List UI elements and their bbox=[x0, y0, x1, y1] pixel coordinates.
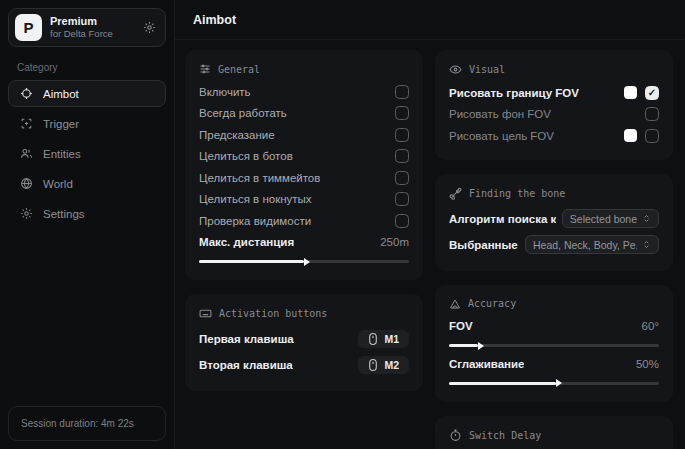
card-switch-delay: Switch Delay Задержка переключения Задер… bbox=[435, 416, 673, 449]
bone-algorithm-select[interactable]: Selected bone bbox=[562, 209, 659, 228]
setting-label: Целиться в тиммейтов bbox=[199, 172, 320, 184]
slider-row: Сглаживание 50% bbox=[449, 353, 659, 375]
select-value: Head, Neck, Body, Pe... bbox=[533, 239, 637, 251]
setting-row: Макс. дистанция 250m bbox=[199, 232, 409, 254]
sidebar-item-label: Entities bbox=[43, 148, 81, 160]
checkbox[interactable] bbox=[645, 107, 659, 121]
color-swatch[interactable] bbox=[624, 129, 637, 142]
setting-row: Рисовать фон FOV bbox=[449, 104, 659, 126]
slider-value: 50% bbox=[636, 358, 659, 370]
keybind-value: M2 bbox=[384, 359, 399, 371]
setting-row: Целиться в ботов bbox=[199, 146, 409, 168]
card-accuracy: Accuracy FOV 60° Сглаживание 50% bbox=[435, 285, 673, 402]
card-activation-header: Activation buttons bbox=[199, 304, 409, 326]
setting-label: Включить bbox=[199, 86, 251, 98]
card-switch-delay-header: Switch Delay bbox=[449, 426, 659, 448]
color-swatch[interactable] bbox=[624, 86, 637, 99]
setting-row: Проверка видимости bbox=[199, 210, 409, 232]
setting-label: Макс. дистанция bbox=[199, 236, 294, 248]
unfold-icon bbox=[642, 213, 651, 224]
right-column: Visual Рисовать границу FOV Рисовать фон… bbox=[435, 50, 673, 449]
card-visual-header: Visual bbox=[449, 60, 659, 82]
triangle-icon bbox=[449, 298, 461, 310]
checkbox[interactable] bbox=[395, 106, 409, 120]
setting-label: Целиться в нокнутых bbox=[199, 193, 312, 205]
category-label: Category bbox=[17, 62, 174, 73]
bone-icon bbox=[449, 187, 462, 200]
setting-label: Рисовать цель FOV bbox=[449, 130, 554, 142]
card-finding-bone: Finding the bone Алгоритм поиска кости S… bbox=[435, 174, 673, 271]
entities-icon bbox=[20, 147, 33, 160]
keybind-label: Первая клавиша bbox=[199, 333, 294, 345]
trigger-icon bbox=[20, 117, 33, 130]
sidebar-item-settings[interactable]: Settings bbox=[8, 200, 166, 227]
card-title: Visual bbox=[469, 64, 505, 75]
setting-label: Предсказание bbox=[199, 129, 275, 141]
setting-row: Рисовать цель FOV bbox=[449, 125, 659, 147]
sidebar-item-label: World bbox=[43, 178, 73, 190]
card-general-header: General bbox=[199, 60, 409, 81]
mouse-icon bbox=[368, 359, 378, 371]
brand-text: Premium for Delta Force bbox=[50, 15, 113, 41]
setting-label: Всегда работать bbox=[199, 107, 287, 119]
fov-slider[interactable] bbox=[449, 344, 659, 347]
sidebar-item-trigger[interactable]: Trigger bbox=[8, 110, 166, 137]
slider-thumb[interactable] bbox=[478, 342, 484, 350]
setting-row: Рисовать границу FOV bbox=[449, 82, 659, 104]
keybind-button-primary[interactable]: M1 bbox=[358, 330, 409, 348]
checkbox[interactable] bbox=[395, 128, 409, 142]
crosshair-icon bbox=[20, 87, 33, 100]
left-column: General Включить Всегда работать Предска… bbox=[185, 50, 423, 449]
globe-icon bbox=[20, 177, 33, 190]
selected-bones-select[interactable]: Head, Neck, Body, Pe... bbox=[525, 235, 659, 254]
slider-thumb[interactable] bbox=[304, 258, 310, 266]
slider-label: FOV bbox=[449, 320, 473, 332]
slider-thumb[interactable] bbox=[556, 379, 562, 387]
sidebar-item-label: Aimbot bbox=[43, 88, 79, 100]
checkbox[interactable] bbox=[395, 85, 409, 99]
select-row: Выбранные кости Head, Neck, Body, Pe... bbox=[449, 232, 659, 258]
page-title: Aimbot bbox=[175, 0, 685, 40]
checkbox[interactable] bbox=[645, 86, 659, 100]
sidebar-item-aimbot[interactable]: Aimbot bbox=[8, 80, 166, 107]
card-activation-buttons: Activation buttons Первая клавиша M1 bbox=[185, 294, 423, 391]
setting-label: Проверка видимости bbox=[199, 215, 311, 227]
session-duration: Session duration: 4m 22s bbox=[8, 406, 166, 441]
sidebar-item-world[interactable]: World bbox=[8, 170, 166, 197]
setting-row: Включить bbox=[199, 81, 409, 103]
setting-label: Целиться в ботов bbox=[199, 150, 293, 162]
sidebar: P Premium for Delta Force Category Aimbo… bbox=[0, 0, 175, 449]
sidebar-nav: Aimbot Trigger Entities bbox=[0, 80, 174, 227]
select-value: Selected bone bbox=[570, 213, 637, 225]
keybind-label: Вторая клавиша bbox=[199, 359, 293, 371]
checkbox[interactable] bbox=[395, 214, 409, 228]
sidebar-item-label: Trigger bbox=[43, 118, 79, 130]
setting-row: Всегда работать bbox=[199, 103, 409, 125]
card-title: Finding the bone bbox=[469, 188, 565, 199]
brand-logo: P bbox=[15, 14, 42, 41]
checkbox[interactable] bbox=[645, 129, 659, 143]
sidebar-item-label: Settings bbox=[43, 208, 85, 220]
stopwatch-icon bbox=[449, 429, 462, 442]
select-label: Алгоритм поиска кости bbox=[449, 213, 556, 225]
setting-row: Предсказание bbox=[199, 124, 409, 146]
brand-subtitle: for Delta Force bbox=[50, 28, 113, 40]
keybind-button-secondary[interactable]: M2 bbox=[358, 356, 409, 374]
card-bone-header: Finding the bone bbox=[449, 184, 659, 206]
card-visual: Visual Рисовать границу FOV Рисовать фон… bbox=[435, 50, 673, 160]
sidebar-item-entities[interactable]: Entities bbox=[8, 140, 166, 167]
gear-icon[interactable] bbox=[143, 21, 156, 34]
brand-card: P Premium for Delta Force bbox=[8, 8, 166, 47]
card-accuracy-header: Accuracy bbox=[449, 295, 659, 316]
checkbox[interactable] bbox=[395, 171, 409, 185]
setting-row: Целиться в нокнутых bbox=[199, 189, 409, 211]
max-distance-slider[interactable] bbox=[199, 260, 409, 263]
main-panel: Aimbot General Включить bbox=[175, 0, 685, 449]
setting-label: Рисовать фон FOV bbox=[449, 108, 551, 120]
smoothing-slider[interactable] bbox=[449, 382, 659, 385]
content: General Включить Всегда работать Предска… bbox=[175, 40, 685, 449]
select-label: Выбранные кости bbox=[449, 239, 519, 251]
checkbox[interactable] bbox=[395, 192, 409, 206]
keybind-value: M1 bbox=[384, 333, 399, 345]
checkbox[interactable] bbox=[395, 149, 409, 163]
